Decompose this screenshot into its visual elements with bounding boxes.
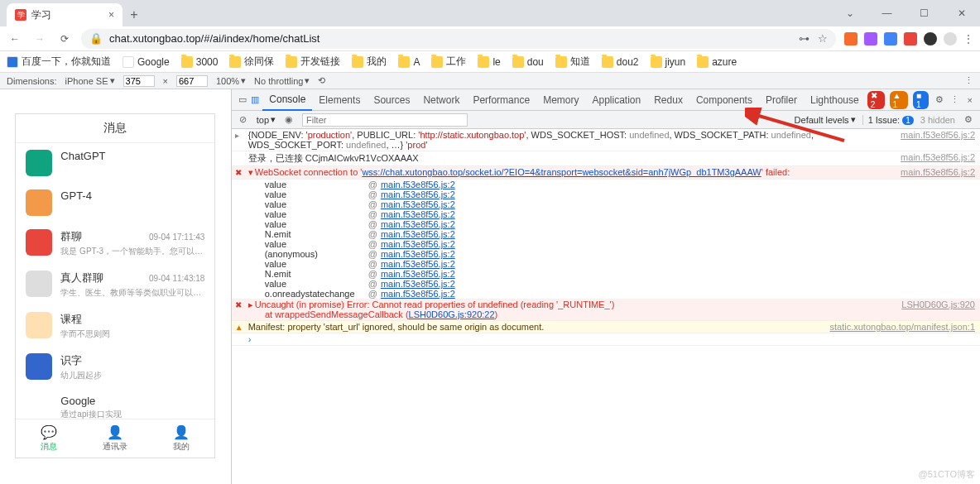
expand-down-icon[interactable]: ⌄ <box>831 0 868 26</box>
ext-icon-5[interactable] <box>924 32 937 46</box>
bookmark-icon[interactable]: ☆ <box>818 32 828 45</box>
source-link[interactable]: static.xutongbao.top/manifest.json:1 <box>822 322 976 332</box>
devtools-tab[interactable]: Network <box>416 89 466 111</box>
devtools-tab[interactable]: Components <box>689 89 759 111</box>
browser-tab[interactable]: 学 学习 × <box>7 3 122 26</box>
source-link[interactable]: main.f53e8f56.js:2 <box>381 289 455 299</box>
bookmark-item[interactable]: dou2 <box>602 56 639 68</box>
ext-icon-2[interactable] <box>864 32 877 46</box>
source-link[interactable]: main.f53e8f56.js:2 <box>381 180 455 189</box>
devtools-tab[interactable]: Console <box>262 89 312 111</box>
chat-item[interactable]: ChatGPT <box>16 143 214 183</box>
warning-icon: ▲ <box>235 323 243 332</box>
source-link[interactable]: main.f53e8f56.js:2 <box>892 130 975 150</box>
source-link[interactable]: main.f53e8f56.js:2 <box>381 239 455 249</box>
hidden-count[interactable]: 3 hidden <box>920 115 955 125</box>
bookmark-item[interactable]: dou <box>512 56 544 68</box>
width-input[interactable] <box>123 75 155 87</box>
source-link[interactable]: main.f53e8f56.js:2 <box>381 199 455 209</box>
chat-item[interactable]: Google通过api接口实现 <box>16 388 214 419</box>
device-select[interactable]: iPhone SE ▾ <box>65 75 115 86</box>
menu-icon[interactable]: ⋮ <box>963 33 973 45</box>
close-icon[interactable]: × <box>964 95 975 105</box>
maximize-icon[interactable]: ☐ <box>906 0 943 26</box>
bookmark-item[interactable]: 3000 <box>181 56 219 68</box>
devtools-tab[interactable]: Elements <box>312 89 367 111</box>
source-link[interactable]: main.f53e8f56.js:2 <box>381 269 455 279</box>
reload-button[interactable]: ⟳ <box>56 31 73 47</box>
address-bar[interactable]: 🔒 chat.xutongbao.top/#/ai/index/home/cha… <box>81 29 836 49</box>
phone-tab[interactable]: 💬消息 <box>16 419 82 458</box>
key-icon[interactable]: ⊶ <box>799 32 809 45</box>
close-window-icon[interactable]: ✕ <box>943 0 980 26</box>
chat-item[interactable]: 识字幼儿园起步 <box>16 347 214 388</box>
expand-icon[interactable]: ▸ <box>248 300 253 319</box>
ext-icon-3[interactable] <box>884 32 897 46</box>
source-link[interactable]: main.f53e8f56.js:2 <box>381 259 455 269</box>
settings-icon[interactable]: ⚙ <box>934 94 944 105</box>
inspect-icon[interactable]: ▭ <box>237 94 248 105</box>
phone-tab[interactable]: 👤我的 <box>148 419 214 458</box>
ext-icon-4[interactable] <box>904 32 917 46</box>
devtools-tab[interactable]: Redux <box>647 89 689 111</box>
menu-icon[interactable]: ⋮ <box>949 94 960 105</box>
height-input[interactable] <box>176 75 208 87</box>
bookmark-item[interactable]: azure <box>697 56 737 68</box>
bookmark-item[interactable]: A <box>398 56 420 68</box>
chat-item[interactable]: 课程学而不思则罔 <box>16 305 214 347</box>
forward-button[interactable]: → <box>31 31 48 47</box>
rotate-icon[interactable]: ⟲ <box>318 75 325 86</box>
eye-icon[interactable]: ◉ <box>282 114 295 125</box>
device-icon[interactable]: ▥ <box>250 94 262 105</box>
source-link[interactable]: main.f53e8f56.js:2 <box>381 249 455 259</box>
filter-input[interactable] <box>302 113 468 127</box>
throttle-select[interactable]: No throttling ▾ <box>254 75 310 86</box>
levels-select[interactable]: Default levels ▾ <box>795 114 856 125</box>
minimize-icon[interactable]: — <box>868 0 906 26</box>
error-badge[interactable]: ✖ 2 <box>867 91 885 109</box>
devtools-tab[interactable]: Memory <box>536 89 585 111</box>
issues-link[interactable]: 1 Issue: 1 <box>862 115 914 125</box>
bookmark-item[interactable]: 百度一下，你就知道 <box>7 55 111 69</box>
close-icon[interactable]: × <box>108 9 114 21</box>
bookmark-item[interactable]: 开发链接 <box>286 55 340 69</box>
bookmark-item[interactable]: Google <box>122 56 170 68</box>
zoom-select[interactable]: 100% ▾ <box>216 75 246 86</box>
ext-icon-1[interactable] <box>844 32 858 46</box>
devtools-tab[interactable]: Lighthouse <box>804 89 866 111</box>
back-button[interactable]: ← <box>7 31 23 47</box>
source-link[interactable]: main.f53e8f56.js:2 <box>892 167 975 178</box>
warn-badge[interactable]: ▲ 1 <box>890 91 908 109</box>
bookmark-item[interactable]: 徐同保 <box>229 55 274 69</box>
bookmark-item[interactable]: 工作 <box>431 55 466 69</box>
devtools-tab[interactable]: Sources <box>367 89 416 111</box>
chat-item[interactable]: GPT-4 <box>16 183 214 223</box>
avatar[interactable] <box>944 32 957 46</box>
source-link[interactable]: main.f53e8f56.js:2 <box>381 279 455 289</box>
source-link[interactable]: main.f53e8f56.js:2 <box>381 219 455 229</box>
expand-icon[interactable]: ▾ <box>248 167 253 178</box>
chat-item[interactable]: 群聊09-04 17:11:43我是 GPT-3，一个智能助手。您可以直接叫我助… <box>16 223 214 264</box>
chat-item[interactable]: 真人群聊09-04 11:43:18学生、医生、教师等等类似职业可以免费领取兑换… <box>16 264 214 305</box>
info-badge[interactable]: ■ 1 <box>913 91 929 109</box>
context-select[interactable]: top ▾ <box>257 114 276 125</box>
console-prompt[interactable]: › <box>232 333 980 346</box>
bookmark-item[interactable]: 我的 <box>352 55 387 69</box>
bookmark-item[interactable]: 知道 <box>555 55 590 69</box>
devtools-tab[interactable]: Application <box>585 89 647 111</box>
source-link[interactable]: LSH0D60G.js:920 <box>893 300 975 319</box>
menu-icon[interactable]: ⋮ <box>964 75 973 86</box>
devtools-tab[interactable]: Performance <box>466 89 536 111</box>
devtools-tab[interactable]: Profiler <box>759 89 804 111</box>
source-link[interactable]: main.f53e8f56.js:2 <box>381 229 455 239</box>
source-link[interactable]: main.f53e8f56.js:2 <box>381 209 455 219</box>
bookmark-item[interactable]: jiyun <box>651 56 686 68</box>
source-link[interactable]: main.f53e8f56.js:2 <box>892 152 975 165</box>
clear-icon[interactable]: ⊘ <box>237 114 250 125</box>
new-tab-button[interactable]: + <box>122 3 146 26</box>
phone-tab[interactable]: 👤通讯录 <box>82 419 148 458</box>
expand-icon[interactable]: ▸ <box>235 131 239 140</box>
bookmark-item[interactable]: le <box>478 56 500 68</box>
source-link[interactable]: main.f53e8f56.js:2 <box>381 189 455 199</box>
settings-icon[interactable]: ⚙ <box>962 114 975 125</box>
